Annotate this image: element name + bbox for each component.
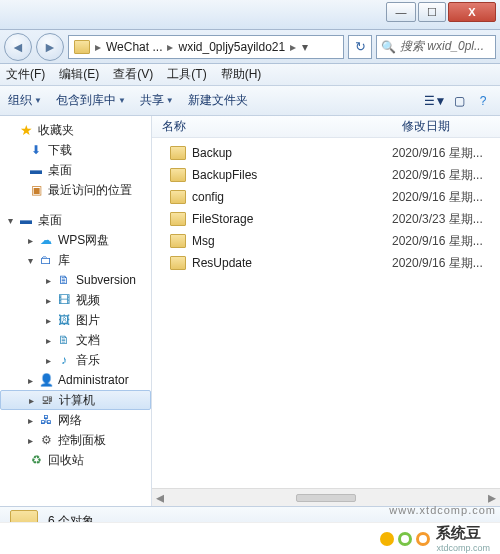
recent-icon: ▣ (28, 182, 44, 198)
tree-desktop-group[interactable]: ▾▬ 桌面 (0, 210, 151, 230)
video-icon: 🎞 (56, 292, 72, 308)
breadcrumb[interactable]: ▸ WeChat ... ▸ wxid_0pljy5ayildo21 ▸ ▾ (68, 35, 344, 59)
breadcrumb-segment-1[interactable]: WeChat ... (103, 40, 165, 54)
brand-name: 系统豆 (436, 524, 490, 543)
refresh-button[interactable]: ↻ (348, 35, 372, 59)
file-list: 名称 修改日期 Backup2020/9/16 星期...BackupFiles… (152, 116, 500, 506)
file-row[interactable]: ResUpdate2020/9/16 星期... (152, 252, 500, 274)
brand-logo-bar: 系统豆 xtdcomp.com (0, 522, 500, 554)
user-icon: 👤 (38, 372, 54, 388)
computer-icon: 🖳 (39, 392, 55, 408)
download-icon: ⬇ (28, 142, 44, 158)
preview-pane-button[interactable]: ▢ (450, 92, 468, 110)
minimize-button[interactable]: — (386, 2, 416, 22)
menu-view[interactable]: 查看(V) (113, 66, 153, 83)
cloud-icon: ☁ (38, 232, 54, 248)
file-date: 2020/9/16 星期... (392, 167, 483, 184)
view-options-button[interactable]: ☰▼ (426, 92, 444, 110)
main-pane: ★ 收藏夹 ⬇ 下载 ▬ 桌面 ▣ 最近访问的位置 ▾▬ 桌面 ▸☁ WPS网盘… (0, 116, 500, 506)
library-icon: 🗀 (38, 252, 54, 268)
desktop-icon: ▬ (28, 162, 44, 178)
tree-favorites[interactable]: ★ 收藏夹 (0, 120, 151, 140)
menu-edit[interactable]: 编辑(E) (59, 66, 99, 83)
file-name: FileStorage (192, 212, 392, 226)
help-button[interactable]: ? (474, 92, 492, 110)
brand-sub: xtdcomp.com (436, 543, 490, 553)
close-button[interactable]: X (448, 2, 496, 22)
tree-wps[interactable]: ▸☁ WPS网盘 (0, 230, 151, 250)
file-date: 2020/9/16 星期... (392, 255, 483, 272)
file-row[interactable]: Msg2020/9/16 星期... (152, 230, 500, 252)
file-date: 2020/9/16 星期... (392, 145, 483, 162)
menubar: 文件(F) 编辑(E) 查看(V) 工具(T) 帮助(H) (0, 64, 500, 86)
document-icon: 🗎 (56, 272, 72, 288)
breadcrumb-segment-2[interactable]: wxid_0pljy5ayildo21 (175, 40, 288, 54)
forward-button[interactable]: ► (36, 33, 64, 61)
network-icon: 🖧 (38, 412, 54, 428)
folder-icon (74, 40, 90, 54)
tree-videos[interactable]: ▸🎞 视频 (0, 290, 151, 310)
back-button[interactable]: ◄ (4, 33, 32, 61)
chevron-right-icon: ▸ (288, 40, 298, 54)
tree-pictures[interactable]: ▸🖼 图片 (0, 310, 151, 330)
search-placeholder: 搜索 wxid_0pl... (400, 38, 484, 55)
file-name: Msg (192, 234, 392, 248)
window-titlebar: — ☐ X (0, 0, 500, 30)
tree-music[interactable]: ▸♪ 音乐 (0, 350, 151, 370)
file-row[interactable]: Backup2020/9/16 星期... (152, 142, 500, 164)
toolbar: 组织▼ 包含到库中▼ 共享▼ 新建文件夹 ☰▼ ▢ ? (0, 86, 500, 116)
tree-recent[interactable]: ▣ 最近访问的位置 (0, 180, 151, 200)
toolbar-share[interactable]: 共享▼ (140, 92, 174, 109)
search-icon: 🔍 (381, 40, 396, 54)
chevron-right-icon: ▸ (165, 40, 175, 54)
tree-libraries[interactable]: ▾🗀 库 (0, 250, 151, 270)
tree-administrator[interactable]: ▸👤 Administrator (0, 370, 151, 390)
chevron-right-icon: ▸ (93, 40, 103, 54)
search-input[interactable]: 🔍 搜索 wxid_0pl... (376, 35, 496, 59)
music-icon: ♪ (56, 352, 72, 368)
menu-file[interactable]: 文件(F) (6, 66, 45, 83)
watermark-text: www.xtdcomp.com (389, 504, 496, 516)
toolbar-new-folder[interactable]: 新建文件夹 (188, 92, 248, 109)
file-date: 2020/9/16 星期... (392, 189, 483, 206)
tree-documents[interactable]: ▸🗎 文档 (0, 330, 151, 350)
folder-icon (170, 234, 186, 248)
menu-tools[interactable]: 工具(T) (167, 66, 206, 83)
recycle-icon: ♻ (28, 452, 44, 468)
folder-icon (170, 146, 186, 160)
tree-network[interactable]: ▸🖧 网络 (0, 410, 151, 430)
desktop-icon: ▬ (18, 212, 34, 228)
folder-icon (170, 168, 186, 182)
navbar: ◄ ► ▸ WeChat ... ▸ wxid_0pljy5ayildo21 ▸… (0, 30, 500, 64)
star-icon: ★ (18, 122, 34, 138)
menu-help[interactable]: 帮助(H) (221, 66, 262, 83)
document-icon: 🗎 (56, 332, 72, 348)
brand-logo-icon (380, 532, 430, 546)
file-name: ResUpdate (192, 256, 392, 270)
column-name[interactable]: 名称 (152, 118, 392, 135)
toolbar-include-in-library[interactable]: 包含到库中▼ (56, 92, 126, 109)
column-date[interactable]: 修改日期 (392, 118, 460, 135)
file-date: 2020/3/23 星期... (392, 211, 483, 228)
folder-icon (170, 256, 186, 270)
tree-computer[interactable]: ▸🖳 计算机 (0, 390, 151, 410)
toolbar-organize[interactable]: 组织▼ (8, 92, 42, 109)
file-name: Backup (192, 146, 392, 160)
file-name: BackupFiles (192, 168, 392, 182)
file-row[interactable]: BackupFiles2020/9/16 星期... (152, 164, 500, 186)
breadcrumb-dropdown[interactable]: ▾ (298, 40, 312, 54)
tree-recycle-bin[interactable]: ♻ 回收站 (0, 450, 151, 470)
tree-control-panel[interactable]: ▸⚙ 控制面板 (0, 430, 151, 450)
file-row[interactable]: config2020/9/16 星期... (152, 186, 500, 208)
file-row[interactable]: FileStorage2020/3/23 星期... (152, 208, 500, 230)
tree-subversion[interactable]: ▸🗎 Subversion (0, 270, 151, 290)
tree-downloads[interactable]: ⬇ 下载 (0, 140, 151, 160)
scrollbar-grip[interactable] (296, 494, 356, 502)
folder-icon (170, 212, 186, 226)
maximize-button[interactable]: ☐ (418, 2, 446, 22)
picture-icon: 🖼 (56, 312, 72, 328)
file-date: 2020/9/16 星期... (392, 233, 483, 250)
file-name: config (192, 190, 392, 204)
folder-icon (170, 190, 186, 204)
tree-desktop[interactable]: ▬ 桌面 (0, 160, 151, 180)
